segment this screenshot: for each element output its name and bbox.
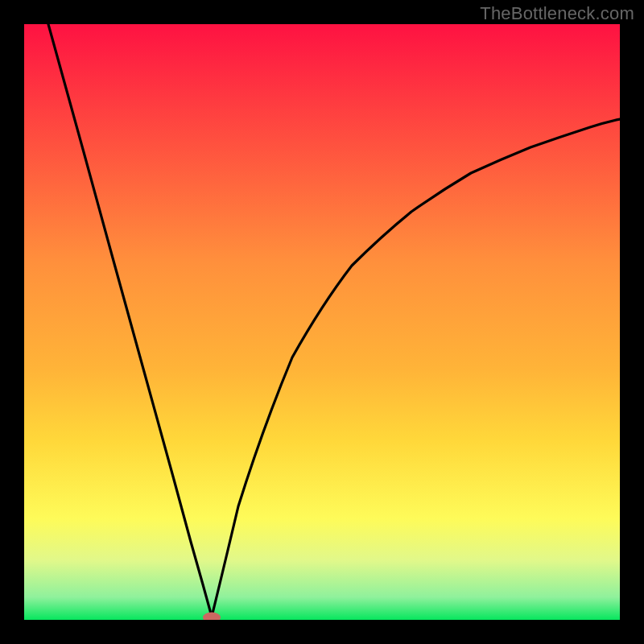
chart-svg bbox=[24, 24, 620, 620]
plot-area bbox=[24, 24, 620, 620]
gradient-background bbox=[24, 24, 620, 620]
chart-outer-frame: TheBottleneck.com bbox=[0, 0, 644, 644]
watermark-text: TheBottleneck.com bbox=[480, 3, 634, 24]
